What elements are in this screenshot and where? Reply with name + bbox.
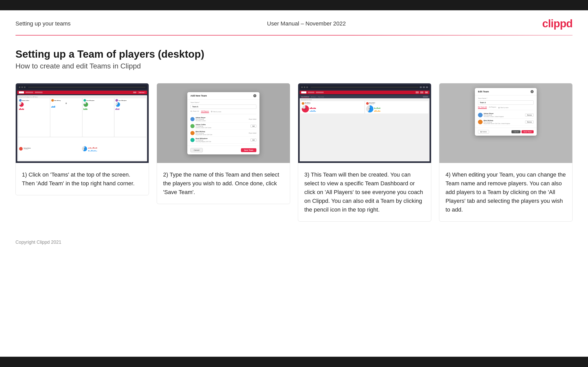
player-row: Blair McHarg Plus Handicap Royal North D… (478, 119, 534, 126)
page-title: Setting up a Team of players (desktop) (15, 48, 573, 60)
close-icon[interactable]: × (531, 90, 534, 93)
all-players-tab[interactable]: All Players (489, 106, 496, 109)
cards-row: Add Team Viewing 6 out of 6 players from… (15, 83, 573, 222)
player-added-label: Player Added (249, 118, 256, 120)
cancel-button[interactable]: Cancel (511, 130, 520, 133)
my-team-tab[interactable]: My Team (2) (190, 110, 199, 113)
close-icon[interactable]: × (253, 94, 256, 97)
header-section-label: Setting up your teams (15, 20, 71, 27)
cancel-button[interactable]: Cancel (190, 148, 203, 152)
header-manual-title: User Manual – November 2022 (267, 20, 346, 27)
clippd-logo: clippd (542, 18, 573, 30)
filter-by-name: Filter by name (211, 110, 221, 113)
page-footer: Copyright Clippd 2021 (0, 232, 588, 253)
header: Setting up your teams User Manual – Nove… (0, 10, 588, 35)
team-name-label: Team Name * (478, 98, 534, 99)
team-name-label: Team Name * (190, 102, 256, 103)
add-player-button[interactable]: Add (250, 125, 256, 128)
card-2-text: 2) Type the name of this Team and then s… (157, 163, 290, 204)
copyright-text: Copyright Clippd 2021 (15, 240, 61, 245)
dialog-title: Add New Team (190, 94, 207, 97)
card-1-text: 1) Click on 'Teams' at the top of the sc… (16, 163, 149, 195)
player-row: Dave Billingham 1.5 Handicap The Ding Ma… (190, 137, 256, 144)
add-player-button[interactable]: Add (250, 138, 256, 142)
team-name-input[interactable] (190, 104, 256, 109)
player-row: Adrian Player Plus Handicap The Shire Lo… (190, 116, 256, 123)
filter-checkbox[interactable] (498, 107, 500, 108)
card-3-text: 3) This Team will then be created. You c… (298, 163, 431, 221)
delete-team-button[interactable]: 🗑 Delete (478, 130, 489, 134)
team-name-input[interactable] (478, 100, 534, 105)
player-row: Adrian Coliba 1.5 Handicap Central Londo… (190, 123, 256, 130)
edit-dialog-title: Edit Team (478, 90, 489, 93)
all-players-tab[interactable]: All Players (201, 110, 209, 113)
card-4-text: 4) When editing your Team, you can chang… (439, 163, 572, 221)
save-team-button[interactable]: Save Team (241, 148, 256, 152)
screenshot-3: ✏ Team Dashboard All Players Player Deta… (298, 83, 431, 163)
add-new-team-dialog: Add New Team × Team Name * My Team (2) A… (187, 92, 259, 154)
screenshot-1: Add Team Viewing 6 out of 6 players from… (16, 83, 149, 163)
filter-by-name: Filter by name (498, 106, 509, 109)
top-bar (0, 0, 588, 10)
player-row: Adrian Player Plus Handicap The Shire Lo… (478, 112, 534, 119)
save-team-button[interactable]: Save Team (522, 130, 534, 133)
remove-player-button[interactable]: Remove (525, 120, 534, 124)
player-added-label: Player Added (249, 132, 256, 134)
step-card-4: Edit Team × Team Name * My Team (2) All … (439, 83, 573, 222)
remove-player-button[interactable]: Remove (525, 113, 534, 117)
bottom-bar (0, 357, 588, 367)
screenshot-2: Add New Team × Team Name * My Team (2) A… (157, 83, 290, 163)
players-list: Adrian Player Plus Handicap The Shire Lo… (190, 116, 256, 144)
filter-checkbox[interactable] (211, 111, 212, 112)
page-subtitle: How to create and edit Teams in Clippd (15, 62, 573, 70)
step-card-2: Add New Team × Team Name * My Team (2) A… (157, 83, 290, 204)
player-row: Blair McHarg Plus Handicap Royal North D… (190, 130, 256, 137)
step-card-1: Add Team Viewing 6 out of 6 players from… (15, 83, 149, 195)
main-content: Setting up a Team of players (desktop) H… (0, 36, 588, 232)
step-card-3: ✏ Team Dashboard All Players Player Deta… (298, 83, 431, 222)
screenshot-4: Edit Team × Team Name * My Team (2) All … (439, 83, 572, 163)
my-team-tab[interactable]: My Team (2) (478, 106, 487, 109)
